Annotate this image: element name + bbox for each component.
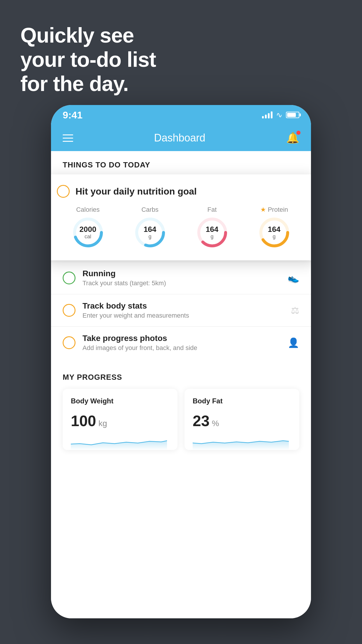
todo-list: Running Track your stats (target: 5km) 👟… <box>51 262 311 359</box>
carbs-value-container: 164 g <box>144 225 156 240</box>
phone-content: THINGS TO DO TODAY Hit your daily nutrit… <box>51 151 311 618</box>
calories-ring: Calories 2000 cal <box>72 206 104 249</box>
todo-item-photos[interactable]: Take progress photos Add images of your … <box>51 326 311 359</box>
headline-line2: your to-do list <box>20 48 156 72</box>
nutrition-card-header: Hit your daily nutrition goal <box>57 185 305 198</box>
headline: Quickly see your to-do list for the day. <box>20 23 156 96</box>
carbs-unit: g <box>144 234 156 240</box>
progress-header: MY PROGRESS <box>63 373 299 382</box>
body-stats-title: Track body stats <box>82 301 284 311</box>
body-fat-title: Body Fat <box>193 397 291 405</box>
body-weight-card: Body Weight 100 kg <box>63 389 178 450</box>
battery-icon <box>286 112 299 118</box>
progress-cards: Body Weight 100 kg <box>63 389 299 450</box>
app-header: Dashboard 🔔 <box>51 125 311 151</box>
body-fat-unit: % <box>212 419 219 428</box>
status-time: 9:41 <box>63 109 82 121</box>
hamburger-line <box>63 138 73 139</box>
headline-line1: Quickly see <box>20 23 156 48</box>
nutrition-card: Hit your daily nutrition goal Calories 2… <box>51 174 311 260</box>
running-text: Running Track your stats (target: 5km) <box>82 269 281 287</box>
wifi-icon: ∿ <box>276 111 282 120</box>
calories-label: Calories <box>76 206 100 214</box>
body-weight-title: Body Weight <box>71 397 169 405</box>
protein-ring: ★ Protein 164 g <box>258 206 290 249</box>
carbs-ring-container: 164 g <box>134 216 166 249</box>
phone-frame: 9:41 ∿ Dashboard 🔔 THI <box>51 105 311 618</box>
hamburger-line <box>63 141 73 142</box>
photos-title: Take progress photos <box>82 334 281 343</box>
fat-unit: g <box>206 234 218 240</box>
running-title: Running <box>82 269 281 278</box>
todo-item-running[interactable]: Running Track your stats (target: 5km) 👟 <box>51 262 311 294</box>
photos-checkbox[interactable] <box>63 336 75 349</box>
signal-bars-icon <box>262 111 273 118</box>
notification-dot <box>296 131 301 135</box>
body-fat-number: 23 <box>193 412 210 430</box>
body-weight-unit: kg <box>99 419 107 428</box>
todo-item-body-stats[interactable]: Track body stats Enter your weight and m… <box>51 294 311 326</box>
carbs-ring: Carbs 164 g <box>134 206 166 249</box>
nutrition-checkbox[interactable] <box>57 185 70 198</box>
calories-ring-container: 2000 cal <box>72 216 104 249</box>
headline-line3: for the day. <box>20 72 156 96</box>
hamburger-menu[interactable] <box>63 134 73 142</box>
body-weight-value-container: 100 kg <box>71 412 169 430</box>
body-weight-chart <box>71 435 169 450</box>
protein-value: 164 <box>268 225 280 234</box>
fat-label: Fat <box>208 206 217 214</box>
person-icon: 👤 <box>288 337 299 348</box>
body-stats-checkbox[interactable] <box>63 304 75 317</box>
calories-value: 2000 <box>80 225 96 234</box>
carbs-label: Carbs <box>141 206 159 214</box>
body-weight-number: 100 <box>71 412 96 430</box>
body-fat-value-container: 23 % <box>193 412 291 430</box>
carbs-value: 164 <box>144 225 156 234</box>
body-stats-text: Track body stats Enter your weight and m… <box>82 301 284 319</box>
photos-subtitle: Add images of your front, back, and side <box>82 344 281 352</box>
calories-unit: cal <box>80 234 96 240</box>
body-fat-chart <box>193 435 291 450</box>
running-checkbox[interactable] <box>63 272 75 284</box>
hamburger-line <box>63 134 73 135</box>
notification-bell-icon[interactable]: 🔔 <box>286 132 299 144</box>
body-fat-card: Body Fat 23 % <box>184 389 299 450</box>
scale-icon: ⚖ <box>291 305 299 316</box>
status-bar: 9:41 ∿ <box>51 105 311 125</box>
shoe-icon: 👟 <box>288 272 299 284</box>
photos-text: Take progress photos Add images of your … <box>82 334 281 352</box>
svg-marker-8 <box>71 441 167 450</box>
nutrition-rings: Calories 2000 cal Carbs <box>57 206 305 249</box>
calories-value-container: 2000 cal <box>80 225 96 240</box>
protein-label: ★ Protein <box>260 206 288 214</box>
protein-ring-container: 164 g <box>258 216 290 249</box>
header-title: Dashboard <box>154 132 205 144</box>
body-stats-subtitle: Enter your weight and measurements <box>82 312 284 319</box>
protein-unit: g <box>268 234 280 240</box>
nutrition-card-title: Hit your daily nutrition goal <box>75 186 197 197</box>
fat-ring-container: 164 g <box>196 216 228 249</box>
fat-ring: Fat 164 g <box>196 206 228 249</box>
things-to-do-header: THINGS TO DO TODAY <box>51 151 311 174</box>
progress-section: MY PROGRESS Body Weight 100 kg <box>51 359 311 450</box>
protein-value-container: 164 g <box>268 225 280 240</box>
fat-value-container: 164 g <box>206 225 218 240</box>
running-subtitle: Track your stats (target: 5km) <box>82 279 281 287</box>
star-icon: ★ <box>260 206 266 214</box>
status-icons: ∿ <box>262 111 299 120</box>
fat-value: 164 <box>206 225 218 234</box>
